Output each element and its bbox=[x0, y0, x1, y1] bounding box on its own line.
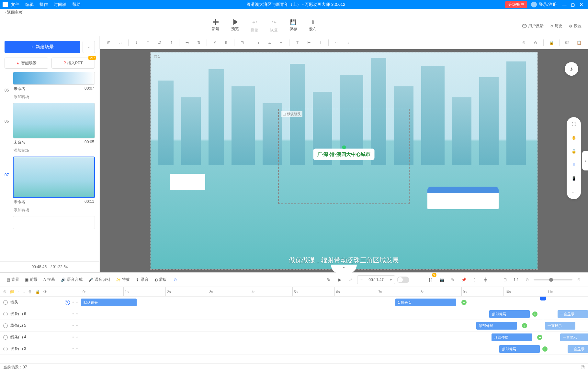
stage-music-button[interactable]: ♪ bbox=[565, 62, 578, 76]
user-login[interactable]: 登录/注册 bbox=[531, 2, 557, 7]
playhead[interactable] bbox=[543, 297, 543, 363]
dot-icon[interactable]: • bbox=[76, 312, 78, 316]
tt-background[interactable]: ▨背景 bbox=[5, 276, 21, 284]
tl-pin-icon[interactable]: 📌 bbox=[459, 275, 468, 284]
visibility-toggle[interactable] bbox=[3, 312, 8, 316]
paste-icon[interactable]: 📋 bbox=[574, 38, 584, 47]
scene-item-06[interactable]: 06 未命名00:05 添加转场 bbox=[5, 103, 95, 153]
group-icon[interactable]: ⊡ bbox=[237, 38, 247, 47]
tt-foreground[interactable]: ▣前景 bbox=[23, 276, 40, 284]
timeline-clip[interactable]: 1 镜头 1 bbox=[395, 299, 456, 306]
menu-help[interactable]: 帮助 bbox=[72, 2, 81, 7]
dot-icon[interactable]: • bbox=[76, 323, 78, 328]
visibility-toggle[interactable] bbox=[3, 335, 8, 340]
zoom-out-icon[interactable]: ⊖ bbox=[530, 38, 541, 47]
tt-subtitle[interactable]: A字幕 bbox=[41, 276, 57, 284]
menu-timeline[interactable]: 时间轴 bbox=[54, 2, 66, 7]
align-center-icon[interactable]: ⫠ bbox=[265, 38, 275, 47]
hand-icon[interactable]: ✋ bbox=[571, 135, 577, 141]
menu-file[interactable]: 文件 bbox=[11, 2, 19, 7]
menu-edit[interactable]: 编辑 bbox=[25, 2, 34, 7]
tt-mask[interactable]: ◐蒙版 bbox=[153, 276, 169, 284]
tl-camera-icon[interactable]: 📷 bbox=[437, 275, 446, 284]
mobile-icon[interactable]: 📱 bbox=[571, 175, 577, 182]
dot-icon[interactable]: • bbox=[73, 323, 74, 328]
visible-icon[interactable]: 👁 bbox=[43, 289, 47, 294]
align-tool-icon[interactable]: ⊞ bbox=[104, 38, 114, 47]
dot-icon[interactable]: • bbox=[76, 347, 78, 351]
tl-switch[interactable] bbox=[397, 277, 409, 283]
tl-zoomout-icon[interactable]: ⊖ bbox=[523, 275, 532, 284]
back-home-button[interactable]: ‹ 返回主页 bbox=[5, 10, 23, 15]
close-button[interactable]: ✕ bbox=[577, 2, 585, 7]
stage-expand-handle[interactable]: ˅ bbox=[331, 265, 357, 274]
zoom-in-icon[interactable]: ⊕ bbox=[519, 38, 529, 47]
align-v-bot-icon[interactable]: ⊥ bbox=[315, 38, 326, 47]
feedback-button[interactable]: 💬用户反馈 bbox=[522, 23, 544, 29]
tb-redo[interactable]: ↷恢复 bbox=[270, 19, 278, 33]
visibility-toggle[interactable] bbox=[3, 300, 8, 305]
stage[interactable]: ▢ 1 ▢ 默认镜 bbox=[151, 52, 537, 269]
maximize-button[interactable]: ▢ bbox=[569, 2, 577, 7]
row-track[interactable]: 顶部伸展一直显示+ bbox=[81, 332, 588, 343]
add-keyframe-icon[interactable]: + bbox=[532, 311, 537, 317]
dot-icon[interactable]: • bbox=[73, 312, 74, 316]
delete-icon[interactable]: 🗑 bbox=[221, 38, 232, 47]
timeline-clip[interactable]: 默认镜头 bbox=[81, 299, 137, 306]
tl-play-icon[interactable]: ▶ bbox=[335, 275, 344, 284]
desktop-icon[interactable]: 🖥 bbox=[571, 162, 577, 168]
tl-fit-icon[interactable]: 1:1 bbox=[512, 275, 521, 284]
lock-icon[interactable]: 🔒 bbox=[546, 38, 557, 47]
add-transition[interactable]: 添加转场 bbox=[13, 206, 95, 213]
tb-save[interactable]: 💾保存 bbox=[289, 19, 297, 33]
tt-effect[interactable]: ✨特效 bbox=[114, 276, 132, 284]
align-top-icon[interactable]: ⤒ bbox=[143, 38, 153, 47]
tl-frame-icon[interactable]: ⊡ bbox=[501, 275, 510, 284]
timeline-clip[interactable]: 顶部伸展 bbox=[492, 333, 532, 341]
align-left-icon[interactable]: ⫞ bbox=[253, 38, 263, 47]
row-header[interactable]: 线条(L) 4•• bbox=[0, 334, 81, 340]
align-v-top-icon[interactable]: ⊤ bbox=[292, 38, 302, 47]
history-button[interactable]: ↻历史 bbox=[550, 23, 562, 29]
add-keyframe-icon[interactable]: + bbox=[522, 323, 527, 328]
row-track[interactable]: 顶部伸展一直显示+ bbox=[81, 343, 588, 355]
dot-icon[interactable]: • bbox=[73, 347, 74, 351]
align-up-icon[interactable]: ↥ bbox=[166, 38, 176, 47]
flip-h-icon[interactable]: ⇋ bbox=[182, 38, 192, 47]
copy2-icon[interactable]: ⿻ bbox=[562, 38, 572, 47]
time-input[interactable]: − 00:11.47 + bbox=[357, 275, 395, 284]
tb-publish[interactable]: ⇧发布 bbox=[309, 19, 317, 33]
tl-crop-icon[interactable]: [·]V bbox=[426, 275, 435, 284]
tl-filter-icon[interactable]: ⫿ bbox=[470, 275, 479, 284]
unlock-icon[interactable]: 🔓 bbox=[571, 148, 577, 155]
add-keyframe-icon[interactable]: + bbox=[461, 300, 467, 305]
lock-track-icon[interactable]: 🔒 bbox=[35, 289, 40, 294]
align-vcenter-icon[interactable]: ⇵ bbox=[154, 38, 165, 47]
dist-h-icon[interactable]: ↔ bbox=[331, 38, 342, 47]
add-transition[interactable]: 添加转场 bbox=[13, 93, 95, 100]
zoom-slider[interactable] bbox=[534, 279, 572, 280]
music-button[interactable]: ♪ bbox=[83, 41, 95, 53]
fullscreen-icon[interactable]: ⛶ bbox=[571, 121, 577, 127]
tl-prev-icon[interactable]: ↻ bbox=[324, 275, 333, 284]
row-header[interactable]: 线条(L) 6•• bbox=[0, 311, 81, 317]
copy-icon[interactable]: ⎘ bbox=[209, 38, 220, 47]
time-minus[interactable]: − bbox=[357, 278, 365, 282]
panel-collapse-handle[interactable]: ‹ bbox=[582, 151, 588, 170]
time-plus[interactable]: + bbox=[387, 278, 395, 282]
scene-item-05[interactable]: 05 未命名00:07 添加转场 bbox=[5, 72, 95, 100]
footer-copy-icon[interactable]: ⿻ bbox=[581, 365, 585, 370]
folder-icon[interactable]: 📁 bbox=[10, 289, 15, 294]
up-icon[interactable]: ↑ bbox=[18, 289, 20, 294]
flip-v-icon[interactable]: ⇅ bbox=[194, 38, 204, 47]
timeline-clip[interactable]: 顶部伸展 bbox=[476, 322, 517, 330]
smart-scene-button[interactable]: ▲智能场景 bbox=[5, 58, 48, 69]
add-transition[interactable]: 添加转场 bbox=[13, 147, 95, 153]
add-keyframe-icon[interactable]: + bbox=[537, 335, 542, 340]
align-v-mid-icon[interactable]: ⊢ bbox=[304, 38, 314, 47]
row-header[interactable]: 线条(L) 5•• bbox=[0, 323, 81, 328]
dot-icon[interactable]: • bbox=[76, 335, 78, 340]
menu-operate[interactable]: 操作 bbox=[40, 2, 48, 7]
settings-button[interactable]: ⚙设置 bbox=[569, 23, 582, 29]
tl-ruler[interactable]: 0s1s2s3s4s5s6s7s8s9s10s11s bbox=[81, 287, 588, 296]
